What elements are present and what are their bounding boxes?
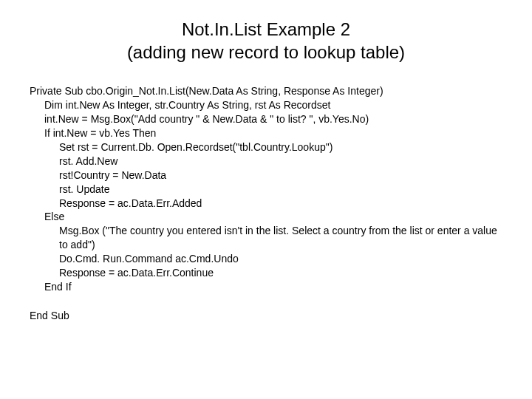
code-line: If int.New = vb.Yes Then xyxy=(30,126,502,140)
code-line: Response = ac.Data.Err.Added xyxy=(30,197,502,211)
code-line: Private Sub cbo.Origin_Not.In.List(New.D… xyxy=(30,84,502,98)
code-line: End Sub xyxy=(30,309,502,323)
code-line: Dim int.New As Integer, str.Country As S… xyxy=(30,98,502,112)
slide-title: Not.In.List Example 2 (adding new record… xyxy=(30,18,502,64)
code-line: Do.Cmd. Run.Command ac.Cmd.Undo xyxy=(30,252,502,266)
code-line: Set rst = Current.Db. Open.Recordset("tb… xyxy=(30,140,502,154)
code-line: Response = ac.Data.Err.Continue xyxy=(30,266,502,280)
code-line: rst!Country = New.Data xyxy=(30,168,502,183)
code-line: Else xyxy=(30,210,502,224)
title-line-1: Not.In.List Example 2 xyxy=(30,18,502,41)
title-line-2: (adding new record to lookup table) xyxy=(30,41,502,64)
code-line: rst. Add.New xyxy=(30,154,502,168)
code-block: Private Sub cbo.Origin_Not.In.List(New.D… xyxy=(30,84,502,322)
code-line: Msg.Box ("The country you entered isn't … xyxy=(30,224,502,252)
code-line: End If xyxy=(30,280,502,294)
code-line: rst. Update xyxy=(30,183,502,197)
code-line: int.New = Msg.Box("Add country " & New.D… xyxy=(30,112,502,126)
